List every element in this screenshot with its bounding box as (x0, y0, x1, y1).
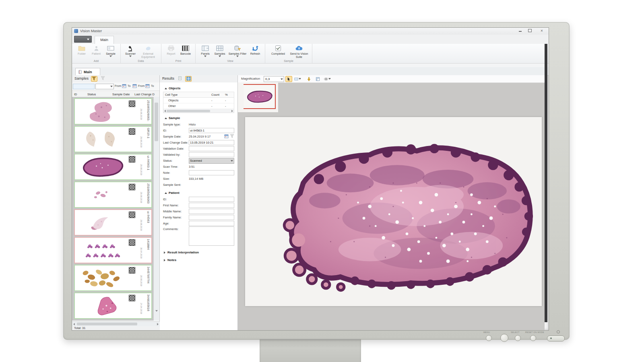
external-equipment-button[interactable]: External Equipment (138, 45, 158, 59)
selected-slide-thumbnail[interactable] (243, 84, 276, 109)
results-panel-title: Results (162, 76, 174, 80)
field-value: 3:51 (189, 165, 234, 169)
field-label: Validation Date: (163, 147, 189, 150)
table-row[interactable]: Other - - (163, 103, 234, 109)
calendar-icon[interactable] (224, 134, 229, 139)
objects-table-scrollbar[interactable] (163, 109, 234, 113)
field-label: First Name: (163, 204, 189, 207)
samples-filter-button[interactable]: Samples Filter (227, 45, 248, 57)
calendar-icon[interactable] (132, 84, 137, 88)
barcode-button[interactable]: Barcode (179, 45, 192, 56)
field-input[interactable] (189, 203, 234, 208)
close-button[interactable]: × (538, 29, 545, 33)
field-input[interactable] (189, 209, 234, 214)
sample-card[interactable]: 1418M4 30.04.2019 (74, 237, 152, 263)
report-button[interactable]: Report (164, 45, 178, 56)
column-last-change[interactable]: Last Change D (134, 93, 155, 96)
monitor-reset-button[interactable] (530, 335, 536, 341)
sample-id-label: 251065026063- (147, 100, 150, 124)
comments-textarea[interactable] (189, 226, 234, 246)
ribbon-tab-main[interactable]: Main (95, 36, 114, 44)
date-field[interactable]: 25.04.2019 9:17 (189, 134, 234, 139)
samples-vertical-scrollbar[interactable] (153, 97, 159, 321)
field-row: Status:Scanned (163, 158, 234, 164)
field-label: Comments: (163, 226, 189, 231)
samples-panel-title: Samples (74, 76, 89, 80)
monitor-joystick-button[interactable] (500, 334, 508, 342)
sample-card[interactable]: GR19-1 29.08.2019 (74, 126, 152, 152)
field-input[interactable] (189, 215, 234, 220)
field-label: Note: (163, 171, 189, 175)
sample-button[interactable]: Sample (104, 45, 118, 57)
sample-card[interactable]: ui-94563-1 29.08.2019 (74, 154, 152, 180)
sample-section-title[interactable]: Sample (165, 116, 234, 120)
calendar-icon[interactable] (145, 84, 150, 88)
refresh-button[interactable]: Refresh (248, 45, 262, 56)
result-interpretation-section[interactable]: Result Interpretation (164, 251, 234, 254)
column-id[interactable]: ID (74, 93, 77, 96)
ribbon: Folder Patient Sample Add (72, 44, 549, 64)
sample-card[interactable]: 251065026063- 29.08.2019 (74, 98, 152, 125)
monitor-select-button[interactable] (515, 335, 521, 341)
rectangle-icon (294, 77, 298, 81)
panels-button[interactable]: Panels (198, 45, 212, 57)
pin-tool[interactable] (305, 76, 312, 82)
layer-icon (316, 77, 320, 81)
table-row[interactable]: Objects - - (163, 98, 234, 103)
field-input[interactable]: ui-94563-1 (189, 128, 234, 133)
details-view-icon[interactable] (185, 76, 192, 82)
cloud-upload-icon (295, 45, 303, 52)
sample-card[interactable]: 3445789794 28.08.2019 (74, 265, 152, 291)
sample-id-label: ui-94563 (147, 211, 150, 235)
scanner-button[interactable]: Scanner (124, 45, 137, 57)
rectangle-select-tool[interactable] (294, 76, 301, 82)
sample-card[interactable]: 251065026063 29.08.2019 (74, 181, 152, 208)
magnification-combo[interactable]: 0,3 (264, 76, 284, 82)
minimize-button[interactable] (516, 29, 524, 33)
field-input[interactable] (189, 197, 234, 202)
ribbon-gap (72, 64, 549, 67)
patient-button[interactable]: Patient (89, 45, 103, 56)
filter-icon[interactable] (91, 76, 97, 82)
slide-viewer: Magnification 0,3 (238, 75, 545, 330)
histology-slide-image[interactable] (252, 122, 534, 299)
field-row: Validated by: (163, 152, 234, 158)
field-input[interactable] (189, 221, 234, 226)
status-filter-combo[interactable] (95, 84, 114, 89)
document-tab-main[interactable]: Main (75, 68, 100, 76)
snapshot-tool[interactable] (314, 76, 321, 82)
pointer-tool[interactable] (285, 76, 292, 82)
monitor-menu-button[interactable] (486, 335, 492, 341)
status-select[interactable]: Scanned (189, 158, 234, 164)
field-input[interactable]: 13.05.2019 10:21 (189, 140, 234, 145)
power-icon (557, 330, 560, 333)
notes-section[interactable]: Notes (164, 258, 234, 262)
restore-button[interactable] (526, 29, 533, 33)
id-filter-input[interactable] (73, 84, 95, 89)
patient-section-title[interactable]: Patient (165, 191, 234, 195)
field-input[interactable] (189, 152, 234, 157)
expand-icon (164, 259, 165, 261)
field-input[interactable] (189, 170, 234, 175)
sample-card[interactable]: ui-94563 29.08.2019 (74, 209, 152, 236)
folder-button[interactable]: Folder (75, 45, 89, 56)
field-input[interactable] (189, 146, 234, 151)
filter-icon[interactable] (230, 134, 234, 139)
report-view-icon[interactable] (177, 76, 183, 82)
clear-filter-icon[interactable] (99, 76, 106, 82)
ribbon-tab-row: Main (72, 35, 549, 44)
monitor-power-button[interactable] (547, 335, 565, 341)
sample-id-label: 3445789794 (147, 267, 150, 291)
collapse-icon (165, 88, 167, 89)
column-status[interactable]: Status (87, 93, 96, 96)
samples-view-button[interactable]: Samples (213, 45, 227, 57)
completed-button[interactable]: Completed (268, 45, 288, 56)
column-sample-date[interactable]: Sample Date (112, 93, 130, 96)
application-menu-button[interactable] (74, 36, 92, 43)
send-to-vision-suite-button[interactable]: Send to Vision Suite (289, 45, 309, 59)
visibility-tool[interactable] (324, 76, 331, 82)
sample-card[interactable]: 3448165616 24.04.2019 (74, 292, 152, 319)
slide-canvas[interactable] (245, 117, 542, 306)
calendar-icon[interactable] (122, 84, 126, 88)
objects-section-title[interactable]: Objects (165, 86, 234, 90)
